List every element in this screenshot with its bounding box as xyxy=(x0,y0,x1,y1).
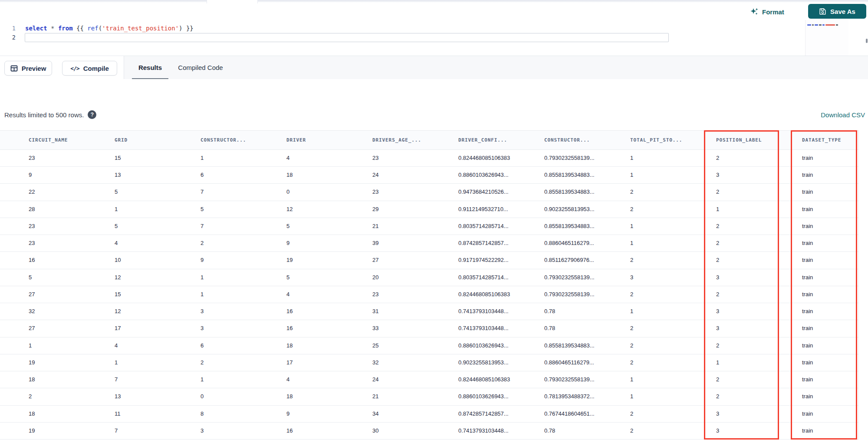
column-header: TOTAL_PIT_STO... xyxy=(630,131,716,150)
table-cell: 0.9112149532710... xyxy=(458,201,544,218)
table-cell: 9 xyxy=(286,235,372,251)
table-cell: 1 xyxy=(630,388,716,405)
table-cell: 0.8742857142857... xyxy=(458,235,544,251)
results-limit-note: Results limited to 500 rows. ? xyxy=(4,110,96,119)
save-as-button-label: Save As xyxy=(830,8,855,15)
sql-editor[interactable]: 1 2 select * from {{ ref('train_test_pos… xyxy=(0,20,868,56)
table-cell: 23 xyxy=(372,150,458,166)
table-cell: 0.9473684210526... xyxy=(458,184,544,200)
table-cell: 15 xyxy=(115,150,201,166)
format-button[interactable]: Format xyxy=(750,6,784,17)
table-cell: 9 xyxy=(201,252,286,268)
table-cell: 3 xyxy=(201,303,286,320)
table-cell: 2 xyxy=(29,388,115,405)
table-cell: 0.78 xyxy=(544,423,630,439)
table-cell: 16 xyxy=(286,303,372,320)
table-cell: 28 xyxy=(29,201,115,218)
table-cell: 32 xyxy=(29,303,115,320)
table-cell: 19 xyxy=(29,354,115,371)
preview-button-label: Preview xyxy=(22,65,46,72)
code-token-keyword: select xyxy=(25,25,47,32)
minimap-segment xyxy=(812,24,814,26)
save-as-button[interactable]: Save As xyxy=(808,4,866,19)
table-cell: 2 xyxy=(201,354,286,371)
table-cell: 0.9023255813953... xyxy=(458,354,544,371)
table-cell: 7 xyxy=(201,184,286,200)
table-cell: 4 xyxy=(286,150,372,166)
table-cell: 0.7930232558139... xyxy=(544,150,630,166)
table-cell: 0.8035714285714... xyxy=(458,218,544,235)
preview-button[interactable]: Preview xyxy=(4,61,52,76)
table-cell: 5 xyxy=(115,218,201,235)
code-token-string: 'train_test_position' xyxy=(102,25,179,32)
sparkles-icon xyxy=(750,7,759,16)
table-cell: 16 xyxy=(29,252,115,268)
table-cell: 23 xyxy=(372,286,458,303)
table-cell: 18 xyxy=(286,388,372,405)
code-token-plain: ( xyxy=(99,25,102,32)
table-cell: 0.7930232558139... xyxy=(544,286,630,303)
table-cell: 0.78 xyxy=(544,303,630,320)
table-cell: 2 xyxy=(630,286,716,303)
table-cell: 23 xyxy=(29,150,115,166)
table-cell: 0 xyxy=(286,184,372,200)
table-cell: 17 xyxy=(286,354,372,371)
table-cell: 0.8860103626943... xyxy=(458,388,544,405)
table-cell: 0.8558139534883... xyxy=(544,184,630,200)
tab-results[interactable]: Results xyxy=(132,56,168,79)
table-cell: 2 xyxy=(630,337,716,354)
table-cell: 23 xyxy=(372,184,458,200)
table-cell: 0.8558139534883... xyxy=(544,218,630,235)
minimap-segment xyxy=(836,24,838,26)
table-cell: 0.8511627906976... xyxy=(544,252,630,268)
table-cell: 19 xyxy=(286,252,372,268)
table-cell: 0.7413793103448... xyxy=(458,320,544,337)
tab-compiled-code[interactable]: Compiled Code xyxy=(178,56,223,79)
table-cell: 0.7413793103448... xyxy=(458,303,544,320)
editor-toolbar: Format Save As xyxy=(0,3,868,20)
table-cell: 1 xyxy=(630,218,716,235)
table-cell: 2 xyxy=(630,184,716,200)
table-cell: 23 xyxy=(29,218,115,235)
table-cell: 1 xyxy=(115,354,201,371)
annotation-box-dataset-type xyxy=(791,130,857,440)
table-cell: 27 xyxy=(29,286,115,303)
column-header: GRID xyxy=(115,131,201,150)
table-cell: 5 xyxy=(29,269,115,286)
minimap-code-line xyxy=(807,24,838,26)
table-cell: 5 xyxy=(286,269,372,286)
help-icon[interactable]: ? xyxy=(88,110,96,119)
table-cell: 2 xyxy=(630,252,716,268)
table-cell: 19 xyxy=(29,423,115,439)
table-cell: 6 xyxy=(201,337,286,354)
table-cell: 34 xyxy=(372,406,458,422)
active-file-tab[interactable] xyxy=(207,0,258,3)
table-cell: 1 xyxy=(29,337,115,354)
table-cell: 0.7813953488372... xyxy=(544,388,630,405)
column-header: DRIVER_CONFI... xyxy=(458,131,544,150)
download-csv-link[interactable]: Download CSV xyxy=(821,111,865,119)
table-cell: 1 xyxy=(630,235,716,251)
table-cell: 5 xyxy=(286,218,372,235)
table-cell: 27 xyxy=(29,320,115,337)
table-cell: 0.8860465116279... xyxy=(544,235,630,251)
code-token-plain: ) xyxy=(179,25,182,32)
table-cell: 0.8860103626943... xyxy=(458,337,544,354)
minimap-segment xyxy=(822,24,825,26)
table-cell: 1 xyxy=(630,167,716,183)
code-line-1[interactable]: select * from {{ ref('train_test_positio… xyxy=(25,24,194,33)
table-cell: 3 xyxy=(630,269,716,286)
results-limit-text: Results limited to 500 rows. xyxy=(4,111,84,119)
table-cell: 2 xyxy=(630,354,716,371)
editor-scrollbar-thumb[interactable] xyxy=(866,39,868,43)
table-cell: 17 xyxy=(115,320,201,337)
table-cell: 2 xyxy=(630,320,716,337)
table-cell: 15 xyxy=(115,286,201,303)
table-cell: 0.824468085106383 xyxy=(458,371,544,388)
table-cell: 0.9023255813953... xyxy=(544,201,630,218)
table-cell: 23 xyxy=(29,235,115,251)
compile-button[interactable]: </> Compile xyxy=(62,61,117,76)
table-cell: 1 xyxy=(201,269,286,286)
editor-minimap[interactable] xyxy=(805,20,848,56)
code-token-plain xyxy=(47,25,51,32)
